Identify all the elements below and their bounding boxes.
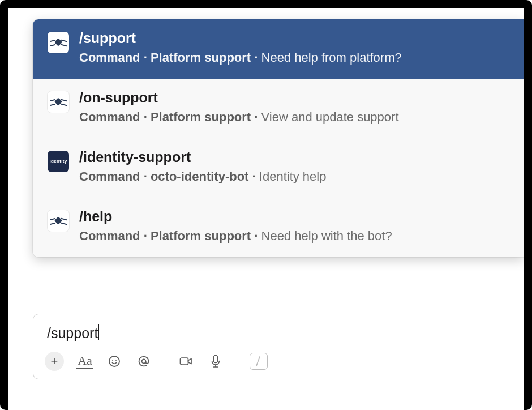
message-composer: /support + Aa <box>33 314 524 379</box>
app-wings-icon <box>48 210 69 232</box>
autocomplete-meta: Command · Platform support · Need help f… <box>79 49 402 66</box>
app-identity-icon: identity <box>48 151 69 172</box>
autocomplete-item-identity-support[interactable]: identity /identity-support Command · oct… <box>33 138 524 198</box>
svg-point-3 <box>142 360 146 364</box>
message-input[interactable]: /support <box>46 323 512 349</box>
shortcut-button[interactable] <box>250 353 268 370</box>
command-autocomplete-dropdown: /support Command · Platform support · Ne… <box>33 19 524 257</box>
format-button[interactable]: Aa <box>76 354 93 369</box>
attach-button[interactable]: + <box>45 352 64 371</box>
svg-point-0 <box>109 356 119 366</box>
autocomplete-command: /on-support <box>79 89 399 106</box>
autocomplete-item-support[interactable]: /support Command · Platform support · Ne… <box>33 19 524 79</box>
toolbar-separator <box>237 353 237 369</box>
toolbar-separator <box>165 353 165 369</box>
app-wings-icon <box>48 32 69 53</box>
video-button[interactable] <box>178 353 195 370</box>
autocomplete-item-on-support[interactable]: /on-support Command · Platform support ·… <box>33 79 524 138</box>
svg-point-1 <box>112 360 113 361</box>
autocomplete-command: /support <box>79 29 402 47</box>
svg-point-2 <box>115 360 117 361</box>
app-wings-icon <box>48 91 69 113</box>
autocomplete-item-help[interactable]: /help Command · Platform support · Need … <box>33 198 524 257</box>
mention-button[interactable] <box>135 353 152 370</box>
autocomplete-meta: Command · octo-identity-bot · Identity h… <box>79 168 326 185</box>
autocomplete-meta: Command · Platform support · Need help w… <box>79 228 392 245</box>
text-caret <box>98 324 99 340</box>
autocomplete-command: /identity-support <box>79 148 326 166</box>
composer-toolbar: + Aa <box>46 349 512 371</box>
svg-rect-4 <box>181 358 188 365</box>
emoji-button[interactable] <box>106 353 123 370</box>
autocomplete-command: /help <box>79 208 392 225</box>
autocomplete-meta: Command · Platform support · View and up… <box>79 109 399 126</box>
audio-button[interactable] <box>207 353 224 370</box>
svg-rect-5 <box>214 356 218 363</box>
